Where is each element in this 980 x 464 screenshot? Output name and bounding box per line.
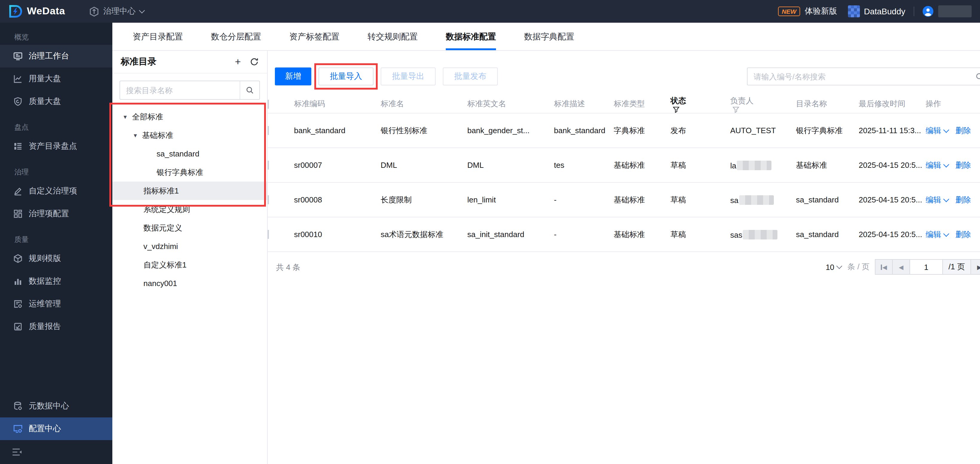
col-standard-en-name: 标准英文名 [467,99,554,109]
cell-code: sr00010 [294,230,381,239]
tab-data-standard-config[interactable]: 数据标准配置 [446,23,496,50]
col-owner: 负责人 [730,95,796,113]
row-checkbox[interactable] [268,126,269,135]
sidebar-item-usage-dashboard[interactable]: 用量大盘 [0,67,112,90]
prev-page-button[interactable]: ◀ [892,259,910,275]
tree-item-custom-standard1[interactable]: 自定义标准1 [112,256,267,274]
databuddy-link[interactable]: DataBuddy [864,6,905,16]
delete-link[interactable]: 删除 [956,230,971,238]
col-actions: 操作 [926,99,980,109]
tab-data-dictionary-config[interactable]: 数据字典配置 [524,23,574,50]
sidebar-item-label: 质量报告 [29,321,61,332]
standard-search-input[interactable] [748,72,980,81]
cell-code: sr00008 [294,195,381,204]
wedata-logo-icon[interactable] [8,4,23,19]
cell-desc: tes [554,160,614,170]
filter-icon[interactable] [673,106,679,113]
cell-name: sa术语元数据标准 [381,229,467,240]
cell-actions: 编辑删除 [926,125,980,136]
user-avatar-icon[interactable] [923,6,933,17]
batch-import-button[interactable]: 批量导入 [318,67,374,86]
chevron-down-icon[interactable] [943,230,949,237]
sidebar-item-quality-report[interactable]: 质量报告 [0,315,112,338]
tree-item-all-standards[interactable]: ▼ 全部标准 [112,108,267,126]
batch-export-button[interactable]: 批量导出 [381,67,436,86]
tree-item-indicator-standard1[interactable]: 指标标准1 [112,181,267,200]
tree-item-system-defined-rules[interactable]: 系统定义规则 [112,200,267,219]
tab-asset-catalog-config[interactable]: 资产目录配置 [133,23,183,50]
edit-link[interactable]: 编辑 [926,230,941,238]
sidebar-item-rule-templates[interactable]: 规则模版 [0,247,112,270]
sidebar-item-governance-workbench[interactable]: 治理工作台 [0,45,112,67]
workbench-icon [13,51,23,61]
metadata-db-icon [13,401,23,411]
search-icon [246,86,254,94]
edit-link[interactable]: 编辑 [926,126,941,135]
chevron-down-icon[interactable] [943,127,949,133]
add-catalog-icon[interactable]: + [235,57,241,67]
catalog-search-input[interactable] [120,85,240,95]
ops-icon [13,299,23,309]
caret-down-icon[interactable]: ▼ [123,114,128,120]
owner-prefix: sa [730,195,738,205]
row-checkbox[interactable] [268,195,269,204]
caret-down-icon[interactable]: ▼ [133,132,138,138]
sidebar-item-metadata-center[interactable]: 元数据中心 [0,395,112,418]
catalog-search-button[interactable] [240,81,259,99]
edit-link[interactable]: 编辑 [926,195,941,204]
cell-code: bank_standard [294,126,381,135]
cell-name: DML [381,160,467,170]
tree-item-label: 指标标准1 [143,186,179,196]
row-checkbox[interactable] [268,160,269,170]
first-page-button[interactable]: ◀ [875,259,893,275]
sidebar-item-data-monitoring[interactable]: 数据监控 [0,270,112,292]
chevron-down-icon[interactable] [943,196,949,202]
delete-link[interactable]: 删除 [956,195,971,204]
cell-actions: 编辑删除 [926,194,980,205]
sidebar-item-config-center[interactable]: 配置中心 [0,418,112,440]
cell-status: 发布 [670,125,730,136]
cell-desc: bank_standard [554,126,614,135]
sidebar-item-ops-management[interactable]: 运维管理 [0,292,112,315]
tree-item-label: sa_standard [157,149,199,158]
sidebar-item-custom-governance[interactable]: 自定义治理项 [0,180,112,202]
tree-item-sa-standard[interactable]: sa_standard [112,145,267,163]
wedata-console: WeData 治理中心 NEW 体验新版 DataBuddy [0,0,980,464]
next-page-button[interactable]: ▶ [970,259,980,275]
filter-icon[interactable] [733,106,739,113]
sidebar-item-asset-catalog-inventory[interactable]: 资产目录盘点 [0,135,112,158]
tree-item-data-element-definition[interactable]: 数据元定义 [112,219,267,237]
sidebar-collapse-button[interactable] [0,440,112,464]
top-right-cluster: NEW 体验新版 DataBuddy [778,5,972,17]
masked-owner [743,230,778,239]
tree-item-bank-dictionary[interactable]: 银行字典标准 [112,163,267,181]
row-checkbox[interactable] [268,230,269,239]
delete-link[interactable]: 删除 [956,160,971,169]
tree-item-v-vdzhimi[interactable]: v_vdzhimi [112,237,267,256]
chevron-down-icon[interactable] [943,161,949,167]
page-controls: ◀ ◀ /1 页 ▶ [875,259,980,275]
sidebar-item-governance-config[interactable]: 治理项配置 [0,202,112,225]
tree-item-basic-standards[interactable]: ▼ 基础标准 [112,126,267,145]
tab-warehouse-layer-config[interactable]: 数仓分层配置 [211,23,261,50]
masked-username[interactable] [938,5,972,17]
tree-item-nancy001[interactable]: nancy001 [112,274,267,292]
select-all-checkbox[interactable] [268,99,269,108]
edit-link[interactable]: 编辑 [926,160,941,169]
batch-publish-button[interactable]: 批量发布 [443,67,498,86]
cell-catalog: sa_standard [796,230,859,239]
page-size-select[interactable]: 10 [826,262,842,272]
cell-owner: la [730,160,796,170]
tab-transfer-rule-config[interactable]: 转交规则配置 [368,23,418,50]
sidebar-item-quality-dashboard[interactable]: 质量大盘 [0,90,112,113]
search-icon[interactable] [975,72,980,81]
add-standard-button[interactable]: 新增 [275,67,311,86]
refresh-icon[interactable] [250,57,259,66]
col-standard-code: 标准编码 [294,99,381,109]
current-page-input[interactable] [910,259,943,275]
delete-link[interactable]: 删除 [956,126,971,135]
pencil-icon [13,186,23,196]
tab-asset-tag-config[interactable]: 资产标签配置 [289,23,339,50]
try-new-version-link[interactable]: 体验新版 [805,6,837,17]
product-switcher[interactable]: 治理中心 [89,6,144,17]
